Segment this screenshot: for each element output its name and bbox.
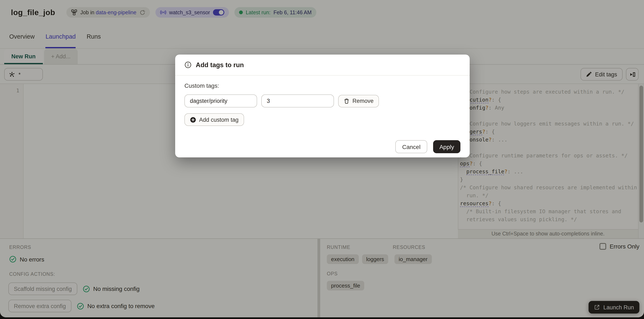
cancel-button[interactable]: Cancel [396,140,427,153]
add-custom-tag-button[interactable]: Add custom tag [184,113,244,126]
apply-button[interactable]: Apply [433,140,460,153]
add-custom-tag-label: Add custom tag [199,116,238,123]
tag-value-input[interactable] [261,94,334,107]
custom-tags-label: Custom tags: [184,82,460,89]
add-tags-dialog: Add tags to run Custom tags: Remove [175,54,470,157]
remove-tag-label: Remove [352,98,374,104]
dialog-body: Custom tags: Remove [175,82,470,126]
dialog-header: Add tags to run [175,54,470,75]
trash-icon [344,98,350,104]
dialog-footer: Cancel Apply [396,140,460,153]
plus-circle-icon [190,116,196,123]
tag-key-input[interactable] [184,94,257,107]
tag-editor-row: Remove [184,94,460,107]
remove-tag-button[interactable]: Remove [338,95,379,107]
screen: log_file_job Job in data-eng-pipeline [0,0,644,319]
info-icon [184,61,192,68]
modal-overlay[interactable] [0,0,644,319]
dialog-title: Add tags to run [196,61,244,69]
